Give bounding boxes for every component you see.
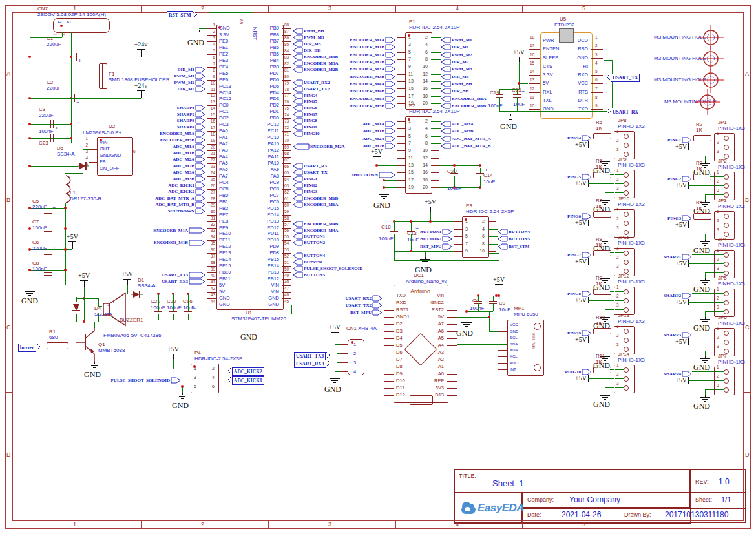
schematic-canvas[interactable]: TITLE: Sheet_1 REV: 1.0 Company: Your Co… (0, 0, 756, 534)
resistor-body[interactable] (693, 213, 711, 220)
connector-pin-circle[interactable] (624, 260, 629, 265)
net-flag-usart_rx[interactable]: USART_RX (606, 106, 640, 118)
net-flag-button2[interactable]: BUTTON2 (293, 237, 325, 249)
resistor-body[interactable] (593, 211, 611, 218)
wire (48, 275, 48, 282)
resistor-body[interactable] (593, 250, 611, 256)
wire (127, 279, 128, 285)
pin-stub (397, 158, 405, 159)
connector-pin-circle[interactable] (724, 252, 729, 258)
wire (431, 52, 441, 53)
net-label: USART_RX (611, 108, 640, 116)
resistor-body[interactable] (593, 133, 611, 139)
wire (48, 213, 48, 220)
net-flag-ping10[interactable]: PING10 (293, 128, 320, 139)
connector-pin-circle[interactable] (724, 369, 729, 375)
p5v-flag: +5V (366, 149, 387, 155)
pin-stub (384, 303, 394, 303)
f1-fuse[interactable] (99, 63, 107, 89)
net-flag-shutdown[interactable]: SHUTDOWN (351, 169, 395, 181)
connector-pin-circle[interactable] (624, 134, 629, 139)
net-flag-usart_rx3[interactable]: USART_RX3 (162, 276, 205, 287)
net-flag-pulse_shoot_solenoid[interactable]: PULSE_SHOOT_SOLENOID (111, 375, 181, 386)
net-flag-rst_mpu[interactable]: RST_MPU (420, 241, 452, 252)
u1-pin-num: 60 (284, 203, 289, 208)
resistor-body[interactable] (593, 172, 611, 178)
connector-pin-circle[interactable] (724, 340, 729, 345)
pin-stub (591, 41, 603, 41)
wire (377, 156, 377, 161)
net-flag-rst_stm[interactable]: RST_STM (498, 241, 529, 252)
wire (103, 88, 103, 98)
resistor-body[interactable] (593, 289, 611, 295)
net-flag-encoder_m2b[interactable]: ENCODER_M2B (293, 64, 338, 76)
u2-pin-name: ON_OFF (100, 166, 119, 171)
resistor-body[interactable] (593, 367, 611, 373)
net-flag-adc_bat_mtr_b[interactable]: ADC_BAT_MTR_B (441, 140, 491, 152)
net-flag-encoder_m2a[interactable]: ENCODER_M2A (293, 141, 345, 152)
gnd-label: GND (324, 385, 341, 393)
net-label: RST_STM (509, 244, 529, 249)
wire (218, 378, 227, 378)
net-flag-rst_stm[interactable]: RST_STM (167, 9, 198, 21)
connector-pin-circle[interactable] (624, 329, 629, 334)
jp-ref: JP5 (718, 276, 727, 281)
connector-pin-circle[interactable] (624, 221, 629, 226)
net-flag-usart_tx[interactable]: USART_TX (606, 72, 640, 83)
jp-res-ref: R5 (596, 120, 602, 125)
wire (291, 305, 292, 314)
connector-pin-circle[interactable] (724, 262, 729, 267)
connector-pin-circle[interactable] (624, 143, 629, 148)
connector-pin-circle[interactable] (724, 214, 729, 219)
connector-pin-circle[interactable] (724, 387, 729, 393)
u1-pin-name: PD15 (219, 206, 279, 211)
pin-stub (447, 345, 457, 346)
connector-pin-circle[interactable] (624, 338, 629, 343)
net-flag-arrow-icon (293, 269, 303, 281)
jp-pin-num: 3 (717, 150, 719, 154)
wire (705, 161, 706, 163)
connector-pin-circle[interactable] (624, 376, 629, 382)
net-flag-encoder_m1a[interactable]: ENCODER_M1A (153, 225, 205, 236)
net-flag-dir_m2[interactable]: DIR_M2 (178, 83, 205, 95)
resistor-body[interactable] (593, 328, 611, 334)
wire (71, 32, 72, 143)
wire (76, 298, 84, 299)
connector-pin-circle[interactable] (724, 331, 729, 336)
net-flag-arrow-icon (441, 140, 451, 152)
connector-pin-circle[interactable] (624, 212, 629, 217)
p1-header-pin-num: 8 (408, 57, 428, 61)
wire (48, 247, 48, 249)
connector-pin-circle[interactable] (624, 367, 629, 373)
u1-pin-name: VIN (219, 283, 279, 288)
connector-pin-circle[interactable] (724, 223, 729, 228)
net-flag-encoder_m1b[interactable]: ENCODER_M1B (154, 237, 205, 249)
net-flag-encoder_m6a[interactable]: ENCODER_M6A (293, 199, 339, 211)
resistor-body[interactable] (693, 135, 711, 141)
net-flag-adc_kick1[interactable]: ADC_KICK1 (227, 375, 264, 386)
jp-part: PINHD-1X3 (718, 360, 745, 365)
net-flag-encoder_m5b[interactable]: ENCODER_M5B (350, 100, 395, 112)
resistor-body[interactable] (693, 174, 711, 180)
p5v-flag-label: +5V (574, 141, 588, 148)
net-flag-buzzer[interactable]: buzzer (18, 342, 41, 353)
net-flag-usart_rx3[interactable]: USART_RX3 (294, 358, 331, 369)
wire (588, 223, 614, 223)
net-flag-button5[interactable]: BUTTON5 (293, 269, 325, 281)
resistor-body[interactable] (47, 342, 68, 349)
net-flag-arrow-icon (379, 169, 395, 181)
pin-stub (89, 162, 97, 163)
connector-pin-circle[interactable] (534, 364, 541, 371)
wire (247, 327, 254, 327)
connector-pin-circle[interactable] (724, 145, 729, 150)
wire (384, 187, 397, 188)
connector-pin-circle[interactable] (724, 136, 729, 141)
connector-pin-circle[interactable] (724, 378, 729, 384)
pin-stub (496, 94, 503, 95)
connector-pin-circle[interactable] (534, 323, 541, 330)
connector-pin-circle[interactable] (624, 251, 629, 256)
connector-pin-circle[interactable] (624, 385, 629, 391)
net-flag-shutdown[interactable]: SHUTDOWN (167, 205, 205, 217)
polarity-plus: + (52, 246, 56, 252)
net-flag-rst_mpu[interactable]: RST_MPU (350, 307, 383, 318)
